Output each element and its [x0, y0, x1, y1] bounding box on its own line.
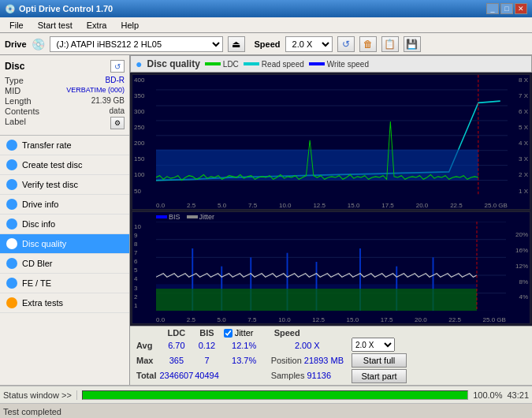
legend-read-speed: Read speed [244, 60, 304, 69]
main-area: Disc ↺ Type BD-R MID VERBATIMe (000) Len… [0, 55, 532, 385]
ldc-avg: 6.70 [159, 338, 193, 353]
title-bar-controls: _ □ ✕ [486, 3, 527, 14]
sidebar-item-fe-te[interactable]: FE / TE [0, 274, 129, 293]
bis-max: 7 [193, 353, 220, 368]
time-label: 43:21 [507, 390, 529, 400]
nav-items: Transfer rate Create test disc Verify te… [0, 136, 129, 385]
minimize-button[interactable]: _ [486, 3, 499, 14]
disc-quality-header: ● Disc quality LDC Read speed Write spee… [130, 55, 532, 73]
content-panel: ● Disc quality LDC Read speed Write spee… [130, 55, 532, 385]
label-settings-button[interactable]: ⚙ [110, 117, 125, 129]
samples-row: Samples 91136 [268, 368, 347, 383]
lower-y-right-labels: 20% 16% 12% 8% 4% [506, 222, 530, 311]
maximize-button[interactable]: □ [500, 3, 513, 14]
start-full-button[interactable]: Start full [352, 353, 407, 368]
jitter-checkbox[interactable] [224, 329, 233, 338]
lower-legend: BIS Jitter [156, 213, 214, 221]
title-bar: 💿 Opti Drive Control 1.70 _ □ ✕ [0, 0, 532, 17]
samples-val: 91136 [307, 371, 332, 380]
save-button[interactable]: 💾 [404, 36, 421, 52]
sidebar-item-create-test-disc[interactable]: Create test disc [0, 155, 129, 175]
eject-button[interactable]: ⏏ [228, 36, 245, 52]
sidebar-item-transfer-rate[interactable]: Transfer rate [0, 136, 129, 155]
speed-selector[interactable]: 2.0 X [352, 338, 395, 352]
speed-select-drive[interactable]: 2.0 X [285, 36, 333, 52]
sidebar-item-verify-test-disc[interactable]: Verify test disc [0, 175, 129, 195]
stats-table: LDC BIS Jitter Speed A [133, 328, 411, 383]
refresh-button[interactable]: ↺ [337, 36, 355, 52]
progress-label: 100.0% [473, 390, 502, 400]
close-button[interactable]: ✕ [515, 3, 527, 14]
sidebar-item-disc-info[interactable]: Disc info [0, 215, 129, 234]
legend-write-speed-color [309, 62, 325, 65]
upper-chart-svg [156, 75, 508, 196]
test-completed-label: Test completed [3, 407, 61, 416]
menu-extra[interactable]: Extra [80, 20, 113, 31]
drive-label: Drive [5, 39, 27, 49]
type-value: BD-R [106, 76, 125, 85]
drive-icon: 💿 [32, 38, 45, 50]
test-completed-row: Test completed [0, 403, 532, 418]
erase-button[interactable]: 🗑 [359, 36, 377, 52]
mid-value: VERBATIMe (000) [66, 86, 125, 95]
start-part-button[interactable]: Start part [352, 369, 407, 383]
drive-select[interactable]: (J:) ATAPI iHBS212 2 HL05 [50, 36, 223, 52]
title-bar-text: 💿 Opti Drive Control 1.70 [5, 4, 113, 14]
legend-write-speed: Write speed [309, 60, 369, 69]
mid-label: MID [5, 86, 20, 95]
upper-y-right-labels: 8 X 7 X 6 X 5 X 4 X 3 X 2 X 1 X [508, 75, 530, 196]
lower-x-labels: 0.0 2.5 5.0 7.5 10.0 12.5 15.0 17.5 20.0… [156, 316, 506, 323]
ldc-max: 365 [159, 353, 193, 368]
col-ldc: LDC [159, 328, 193, 338]
bis-avg: 0.12 [193, 338, 220, 353]
disc-refresh-button[interactable]: ↺ [110, 60, 125, 73]
samples-label: Samples [271, 371, 305, 380]
speed-selector-row: 2.0 X [352, 338, 407, 352]
svg-rect-24 [156, 289, 477, 311]
menu-start-test[interactable]: Start test [32, 20, 79, 31]
length-label: Length [5, 96, 32, 106]
disc-info-icon [6, 218, 17, 230]
copy-button[interactable]: 📋 [381, 36, 399, 52]
drive-bar: Drive 💿 (J:) ATAPI iHBS212 2 HL05 ⏏ Spee… [0, 33, 532, 55]
ldc-total: 2346607 [159, 368, 193, 383]
sidebar-item-extra-tests[interactable]: Extra tests [0, 293, 129, 313]
legend-ldc-color [205, 62, 221, 65]
disc-section-title: Disc [5, 61, 24, 72]
extra-tests-icon [6, 297, 17, 308]
menu-bar: File Start test Extra Help [0, 17, 532, 33]
menu-help[interactable]: Help [114, 20, 145, 31]
length-value: 21.39 GB [91, 96, 125, 106]
sidebar-item-drive-info[interactable]: Drive info [0, 195, 129, 215]
contents-label: Contents [5, 106, 39, 116]
sidebar-item-disc-quality[interactable]: Disc quality [0, 234, 129, 254]
menu-file[interactable]: File [3, 20, 30, 31]
lower-chart: BIS Jitter 10 9 8 7 6 5 4 3 [132, 211, 530, 324]
jitter-checkbox-row: Jitter [224, 328, 265, 338]
status-window-button[interactable]: Status window >> [3, 390, 77, 400]
legend-ldc: LDC [205, 60, 239, 69]
stats-panel: LDC BIS Jitter Speed A [130, 326, 532, 385]
app-icon: 💿 [5, 4, 16, 14]
avg-label: Avg [133, 338, 159, 353]
create-test-disc-icon [6, 159, 17, 170]
jitter-label: Jitter [235, 328, 254, 338]
bis-legend-color [156, 215, 167, 218]
sidebar: Disc ↺ Type BD-R MID VERBATIMe (000) Len… [0, 55, 130, 385]
bottom-area: Status window >> 100.0% 43:21 Test compl… [0, 385, 532, 418]
jitter-avg: 12.1% [221, 338, 268, 353]
position-row: Position 21893 MB [268, 353, 347, 368]
verify-test-disc-icon [6, 179, 17, 190]
upper-chart: 400 350 300 250 200 150 100 50 8 X 7 X 6… [132, 74, 530, 210]
bis-total: 40494 [193, 368, 220, 383]
lower-y-labels: 10 9 8 7 6 5 4 3 2 1 [132, 222, 156, 311]
upper-y-labels: 400 350 300 250 200 150 100 50 [132, 75, 156, 196]
jitter-legend-label: Jitter [199, 213, 215, 221]
transfer-rate-icon [6, 140, 17, 151]
disc-quality-icon-large: ● [136, 58, 142, 70]
position-val: 21893 MB [304, 356, 344, 365]
drive-info-icon [6, 199, 17, 210]
jitter-legend-color [187, 215, 198, 218]
disc-quality-title: Disc quality [147, 58, 199, 69]
sidebar-item-cd-bler[interactable]: CD Bler [0, 254, 129, 274]
